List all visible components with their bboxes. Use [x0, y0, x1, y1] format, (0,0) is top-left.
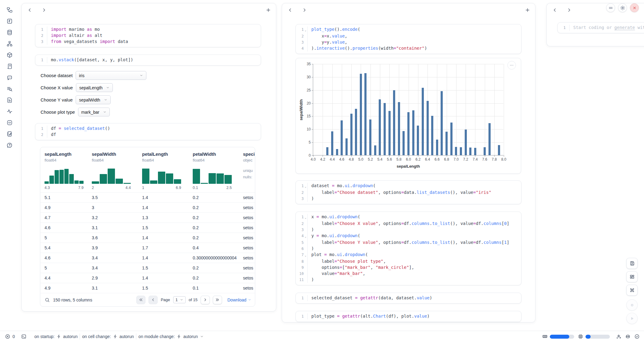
choose-plot-type-select[interactable]: mark_bar	[78, 108, 110, 116]
runtime-item-2[interactable]: on cell change:autorun	[82, 334, 134, 339]
code-text[interactable]: )	[307, 227, 521, 233]
file-tree-icon[interactable]	[6, 6, 13, 13]
menu-button[interactable]	[606, 3, 615, 12]
column-back-icon[interactable]	[552, 7, 558, 13]
code-line: 2import altair as alt	[35, 33, 261, 39]
code-text[interactable]: selected_dataset = getattr(data, dataset…	[307, 295, 521, 301]
ai-assistant-button[interactable]	[616, 334, 621, 339]
column-name[interactable]: sepalLength	[45, 151, 92, 157]
lightning-icon	[57, 334, 61, 339]
command-palette-button[interactable]	[626, 285, 638, 296]
code-text[interactable]: )	[307, 246, 521, 252]
code-text[interactable]: plot_type().encode(	[307, 27, 521, 33]
functions-icon[interactable]	[6, 18, 13, 24]
empty-ai-cell[interactable]: 1 Start coding or generate with AI	[557, 22, 644, 33]
code-text[interactable]: y = mo.ui.dropdown(	[307, 233, 521, 240]
error-count-badge[interactable]: 0	[5, 334, 15, 339]
download-button[interactable]: Download	[227, 297, 251, 302]
column-name[interactable]: speci	[243, 151, 255, 157]
column-forward-icon[interactable]	[41, 7, 47, 13]
code-text[interactable]: label="Choose X value", options=df.colum…	[307, 221, 521, 227]
cell-xy-plot-dropdowns[interactable]: 1⌄x = mo.ui.dropdown(2 label="Choose X v…	[295, 212, 521, 285]
line-number: 3	[296, 196, 304, 202]
histogram-min: 2	[92, 186, 94, 190]
code-text[interactable]: y=y.value,	[307, 39, 521, 45]
prev-page-button[interactable]	[148, 296, 158, 304]
code-text[interactable]: dataset = mo.ui.dropdown(	[307, 183, 521, 190]
cell-df[interactable]: 1df = selected_dataset()2df	[35, 123, 261, 140]
chart-plot[interactable]: sepalWidth sepalLength 4.04.24.44.64.85.…	[313, 64, 503, 155]
variables-icon[interactable]	[6, 108, 13, 115]
code-text[interactable]: x = mo.ui.dropdown(	[307, 214, 521, 221]
chart-actions-icon[interactable]	[507, 61, 516, 69]
generate-link[interactable]: generate	[614, 25, 635, 30]
save-button[interactable]	[626, 258, 638, 269]
documentation-icon[interactable]	[6, 97, 13, 103]
code-line: 3 y=y.value,	[296, 39, 521, 45]
code-text[interactable]: label="Choose Y value", options=df.colum…	[307, 240, 521, 246]
runtime-item-1[interactable]: on startup:autorun	[34, 334, 78, 339]
copilot-button[interactable]	[625, 334, 631, 339]
column-forward-icon[interactable]	[302, 7, 307, 13]
column-forward-icon[interactable]	[566, 7, 572, 13]
code-text[interactable]: df = selected_dataset()	[47, 126, 261, 132]
next-page-button[interactable]	[201, 296, 210, 304]
runtime-item-3[interactable]: on module change:autorun	[138, 334, 204, 339]
scratchpad-icon[interactable]	[6, 130, 13, 137]
choose-dataset-select[interactable]: iris	[76, 71, 146, 80]
search-icon[interactable]	[45, 297, 50, 303]
layout-button[interactable]	[626, 271, 638, 282]
interrupt-button[interactable]	[626, 299, 638, 311]
cell-plot-encode[interactable]: 1⌄plot_type().encode(2 x=x.value,3 y=y.v…	[295, 24, 521, 54]
code-text[interactable]: options=["mark_bar", "mark_circle"],	[307, 265, 521, 271]
code-text[interactable]: import altair as alt	[47, 33, 261, 39]
cell-selected-dataset[interactable]: 1selected_dataset = getattr(data, datase…	[295, 293, 521, 304]
run-all-button[interactable]	[626, 313, 638, 324]
code-text[interactable]: from vega_datasets import data	[47, 39, 261, 45]
snippets-icon[interactable]	[6, 119, 13, 126]
table-cell: 4.9	[45, 205, 92, 210]
column-back-icon[interactable]	[288, 7, 293, 13]
ai-cell-code[interactable]: Start coding or generate with AI	[569, 25, 644, 31]
first-page-button[interactable]	[136, 296, 145, 304]
code-text[interactable]: import marimo as mo	[47, 27, 261, 33]
code-text[interactable]: label="Choose plot type",	[307, 258, 521, 265]
cell-plot-type[interactable]: 1plot_type = getattr(alt.Chart(df), plot…	[295, 311, 521, 322]
code-text[interactable]: plot = mo.ui.dropdown(	[307, 252, 521, 258]
cell-imports[interactable]: 1import marimo as mo2import altair as al…	[35, 24, 261, 47]
code-text[interactable]: x=x.value,	[307, 33, 521, 39]
logs-icon[interactable]	[6, 63, 13, 69]
tracebacks-icon[interactable]	[6, 85, 13, 92]
code-text[interactable]: )	[307, 277, 521, 283]
datasources-icon[interactable]	[6, 29, 13, 36]
code-text[interactable]: df	[47, 132, 261, 138]
page-select[interactable]: 1	[173, 296, 186, 303]
settings-button[interactable]	[618, 3, 627, 12]
chat-icon[interactable]	[6, 74, 13, 81]
terminal-button[interactable]	[21, 334, 27, 339]
shutdown-button[interactable]	[630, 3, 639, 12]
column-name[interactable]: sepalWidth	[92, 151, 142, 157]
code-text[interactable]: mo.vstack([dataset, x, y, plot])	[47, 57, 261, 63]
connection-status-button[interactable]	[634, 334, 640, 339]
choose-x-value-select[interactable]: sepalLength	[76, 83, 113, 92]
column-name[interactable]: petalWidth	[193, 151, 243, 157]
help-icon[interactable]	[6, 142, 13, 148]
dependency-graph-icon[interactable]	[6, 40, 13, 47]
code-text[interactable]: plot_type = getattr(alt.Chart(df), plot.…	[307, 313, 521, 319]
code-text[interactable]: label="Choose dataset", options=data.lis…	[307, 190, 521, 196]
packages-icon[interactable]	[6, 52, 13, 58]
x-axis-title: sepalLength	[397, 164, 420, 169]
column-name[interactable]: petalLength	[142, 151, 193, 157]
table-scroll-area[interactable]: sepalLengthfloat644.37.9sepalWidthfloat6…	[40, 147, 255, 293]
code-text[interactable]: value="mark_bar",	[307, 271, 521, 277]
choose-y-value-select[interactable]: sepalWidth	[76, 95, 110, 104]
code-text[interactable]: ).interactive().properties(width="contai…	[307, 45, 521, 52]
last-page-button[interactable]	[213, 296, 222, 304]
add-cell-button[interactable]	[525, 7, 530, 13]
add-cell-button[interactable]	[266, 7, 271, 13]
cell-dataset-dropdown[interactable]: 1⌄dataset = mo.ui.dropdown(2 label="Choo…	[295, 180, 521, 204]
column-back-icon[interactable]	[27, 7, 33, 13]
code-text[interactable]: )	[307, 196, 521, 202]
cell-vstack[interactable]: 1mo.vstack([dataset, x, y, plot])	[35, 55, 261, 66]
